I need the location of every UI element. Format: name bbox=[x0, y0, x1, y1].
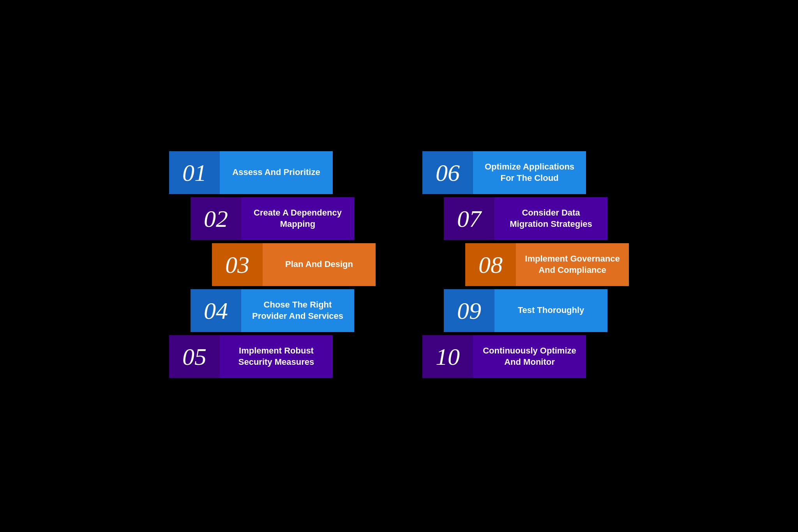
step-number-07: 07 bbox=[457, 207, 481, 231]
step-label-09: Test Thoroughly bbox=[518, 305, 584, 316]
step-number-05: 05 bbox=[182, 345, 207, 369]
label-box-01: Assess And Prioritize bbox=[220, 151, 333, 194]
number-box-02: 02 bbox=[191, 197, 241, 240]
right-column: 06Optimize Applications For The Cloud07C… bbox=[422, 151, 629, 381]
step-01: 01Assess And Prioritize bbox=[169, 151, 376, 194]
step-03: 03Plan And Design bbox=[212, 243, 376, 286]
step-label-05: Implement Robust Security Measures bbox=[228, 345, 324, 368]
step-05: 05Implement Robust Security Measures bbox=[169, 335, 376, 378]
label-box-04: Chose The Right Provider And Services bbox=[241, 289, 354, 332]
step-02: 02Create A Dependency Mapping bbox=[191, 197, 376, 240]
label-box-08: Implement Governance And Compliance bbox=[516, 243, 629, 286]
step-label-02: Create A Dependency Mapping bbox=[250, 207, 346, 230]
step-label-10: Continuously Optimize And Monitor bbox=[482, 345, 577, 368]
step-number-10: 10 bbox=[436, 345, 460, 369]
step-number-03: 03 bbox=[225, 253, 249, 277]
step-04: 04Chose The Right Provider And Services bbox=[191, 289, 376, 332]
step-label-01: Assess And Prioritize bbox=[232, 167, 320, 178]
left-column: 01Assess And Prioritize02Create A Depend… bbox=[169, 151, 376, 381]
step-label-04: Chose The Right Provider And Services bbox=[250, 299, 346, 322]
label-box-10: Continuously Optimize And Monitor bbox=[473, 335, 586, 378]
number-box-06: 06 bbox=[422, 151, 473, 194]
number-box-05: 05 bbox=[169, 335, 220, 378]
number-box-03: 03 bbox=[212, 243, 263, 286]
number-box-09: 09 bbox=[444, 289, 494, 332]
step-number-09: 09 bbox=[457, 299, 481, 323]
main-container: 01Assess And Prioritize02Create A Depend… bbox=[169, 151, 629, 381]
number-box-08: 08 bbox=[465, 243, 516, 286]
label-box-05: Implement Robust Security Measures bbox=[220, 335, 333, 378]
step-number-06: 06 bbox=[436, 161, 460, 185]
label-box-03: Plan And Design bbox=[263, 243, 376, 286]
label-box-06: Optimize Applications For The Cloud bbox=[473, 151, 586, 194]
step-09: 09Test Thoroughly bbox=[444, 289, 629, 332]
number-box-01: 01 bbox=[169, 151, 220, 194]
label-box-09: Test Thoroughly bbox=[494, 289, 607, 332]
step-label-06: Optimize Applications For The Cloud bbox=[482, 161, 577, 184]
label-box-07: Consider Data Migration Strategies bbox=[494, 197, 607, 240]
step-08: 08Implement Governance And Compliance bbox=[465, 243, 629, 286]
step-07: 07Consider Data Migration Strategies bbox=[444, 197, 629, 240]
step-number-08: 08 bbox=[478, 253, 503, 277]
number-box-10: 10 bbox=[422, 335, 473, 378]
step-number-04: 04 bbox=[204, 299, 228, 323]
number-box-07: 07 bbox=[444, 197, 494, 240]
number-box-04: 04 bbox=[191, 289, 241, 332]
step-10: 10Continuously Optimize And Monitor bbox=[422, 335, 629, 378]
step-number-01: 01 bbox=[182, 161, 207, 185]
label-box-02: Create A Dependency Mapping bbox=[241, 197, 354, 240]
step-label-07: Consider Data Migration Strategies bbox=[503, 207, 599, 230]
step-number-02: 02 bbox=[204, 207, 228, 231]
step-06: 06Optimize Applications For The Cloud bbox=[422, 151, 629, 194]
step-label-08: Implement Governance And Compliance bbox=[524, 253, 620, 276]
step-label-03: Plan And Design bbox=[285, 259, 353, 270]
